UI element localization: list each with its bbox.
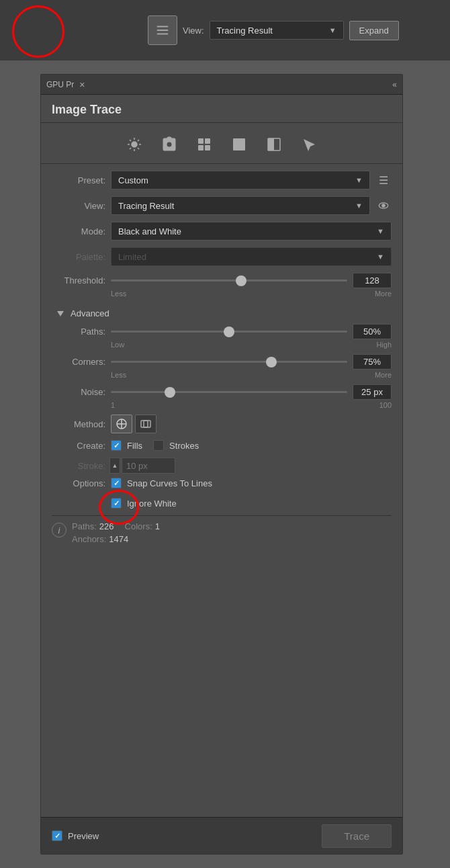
paths-value[interactable]: 50%: [353, 324, 392, 339]
bottom-bar: Preview Trace: [41, 817, 402, 854]
stroke-label: Stroke:: [52, 461, 105, 471]
threshold-label: Threshold:: [52, 275, 105, 286]
svg-rect-15: [144, 421, 150, 427]
preview-row: Preview: [52, 830, 99, 841]
palette-label: Palette:: [52, 252, 105, 262]
preview-checkbox[interactable]: [52, 830, 62, 841]
preset-arrow: ▼: [355, 176, 363, 184]
expand-button[interactable]: Expand: [349, 21, 399, 40]
stroke-row: Stroke: ▲: [52, 458, 392, 474]
options-section: Options: Snap Curves To Lines Ignore Whi…: [52, 478, 392, 509]
view-dropdown[interactable]: Tracing Result ▼: [111, 196, 370, 215]
svg-rect-14: [141, 421, 148, 427]
threshold-value[interactable]: 128: [353, 273, 392, 288]
strokes-checkbox[interactable]: [153, 440, 164, 451]
svg-rect-5: [205, 138, 210, 144]
square-icon[interactable]: [227, 132, 251, 157]
options-label: Options:: [52, 478, 105, 488]
grid-icon[interactable]: [192, 132, 216, 157]
threshold-section: Threshold: 128 Less More: [52, 273, 392, 298]
corners-hints: Less More: [52, 371, 392, 379]
method-overlapping-button[interactable]: [135, 415, 156, 433]
method-abutting-button[interactable]: [111, 415, 132, 433]
svg-rect-8: [233, 138, 245, 150]
form-area: Preset: Custom ▼ ☰ View: Tracing Result …: [41, 164, 402, 559]
noise-label: Noise:: [52, 387, 105, 397]
corners-label: Corners:: [52, 357, 105, 367]
corners-section: Corners: 75% Less More: [52, 354, 392, 379]
svg-rect-0: [157, 26, 169, 28]
panel-tab-row: GPU Pr × «: [41, 75, 402, 95]
create-label: Create:: [52, 441, 105, 451]
panel-tab-label: GPU Pr: [46, 80, 74, 89]
svg-rect-2: [157, 34, 169, 35]
paths-stat: Paths: 226: [72, 521, 114, 531]
view-label: View:: [52, 201, 105, 211]
method-buttons: [111, 415, 156, 433]
view-eye-icon[interactable]: [375, 198, 392, 214]
stroke-spinner-up[interactable]: ▲: [109, 458, 120, 474]
mode-dropdown[interactable]: Black and White ▼: [111, 222, 392, 241]
corners-row: Corners: 75%: [52, 354, 392, 370]
auto-trace-icon[interactable]: [122, 132, 146, 157]
panel-list-icon[interactable]: [148, 15, 177, 45]
stats-area: Paths: 226 Colors: 1 Anchors: 1474: [72, 521, 392, 547]
panel-close-button[interactable]: ×: [79, 79, 85, 90]
threshold-row: Threshold: 128: [52, 273, 392, 288]
snap-curves-checkbox[interactable]: [111, 478, 122, 488]
paths-slider[interactable]: [111, 325, 347, 339]
paths-hints: Low High: [52, 341, 392, 349]
half-square-icon[interactable]: [262, 132, 286, 157]
svg-point-3: [132, 142, 137, 147]
trace-button[interactable]: Trace: [322, 824, 392, 848]
palette-dropdown: Limited ▼: [111, 247, 392, 266]
noise-value[interactable]: 25 px: [353, 384, 392, 400]
toolbar-icons-row: [41, 123, 402, 164]
top-bar: View: Tracing Result ▼ Expand: [0, 0, 450, 60]
svg-rect-1: [157, 30, 169, 31]
mode-arrow: ▼: [377, 227, 384, 235]
stats-row: i Paths: 226 Colors: 1 Anchors: 1474: [52, 515, 392, 552]
camera-icon[interactable]: [157, 132, 181, 157]
mode-label: Mode:: [52, 226, 105, 236]
fills-label: Fills: [127, 441, 142, 451]
stat-line-1: Paths: 226 Colors: 1: [72, 521, 392, 531]
info-icon[interactable]: i: [52, 523, 66, 537]
preview-label: Preview: [68, 831, 99, 841]
svg-point-12: [382, 204, 385, 207]
mode-row: Mode: Black and White ▼: [52, 222, 392, 241]
anchors-stat: Anchors: 1474: [72, 534, 128, 544]
advanced-triangle-icon: [57, 311, 64, 316]
preset-dropdown[interactable]: Custom ▼: [111, 171, 370, 189]
colors-stat: Colors: 1: [125, 521, 160, 531]
threshold-slider[interactable]: [111, 274, 347, 288]
stroke-input[interactable]: [122, 458, 175, 474]
top-view-label: View:: [183, 26, 204, 36]
svg-rect-4: [198, 138, 204, 144]
ignore-white-checkbox[interactable]: [111, 498, 122, 509]
corners-slider[interactable]: [111, 355, 347, 369]
panel-collapse-button[interactable]: «: [392, 80, 397, 89]
advanced-header[interactable]: Advanced: [52, 303, 392, 324]
corners-value[interactable]: 75%: [353, 354, 392, 370]
top-view-dropdown[interactable]: Tracing Result ▼: [210, 21, 344, 40]
noise-slider[interactable]: [111, 386, 347, 399]
preset-row: Preset: Custom ▼ ☰: [52, 171, 392, 189]
svg-rect-10: [268, 138, 274, 150]
panel-title: Image Trace: [41, 95, 402, 123]
preset-list-icon[interactable]: ☰: [375, 172, 392, 188]
noise-hints: 1 100: [52, 401, 392, 409]
cursor-icon[interactable]: [297, 132, 321, 157]
method-row: Method:: [52, 415, 392, 433]
fills-checkbox[interactable]: [111, 440, 122, 451]
palette-arrow: ▼: [377, 253, 384, 261]
top-view-row: View: Tracing Result ▼ Expand: [148, 15, 406, 45]
create-row: Create: Fills Strokes: [52, 440, 392, 451]
svg-rect-7: [205, 145, 210, 150]
advanced-label: Advanced: [71, 308, 109, 318]
svg-rect-6: [198, 145, 204, 150]
noise-section: Noise: 25 px 1 100: [52, 384, 392, 409]
view-arrow: ▼: [355, 202, 363, 210]
paths-section: Paths: 50% Low High: [52, 324, 392, 349]
noise-row: Noise: 25 px: [52, 384, 392, 400]
